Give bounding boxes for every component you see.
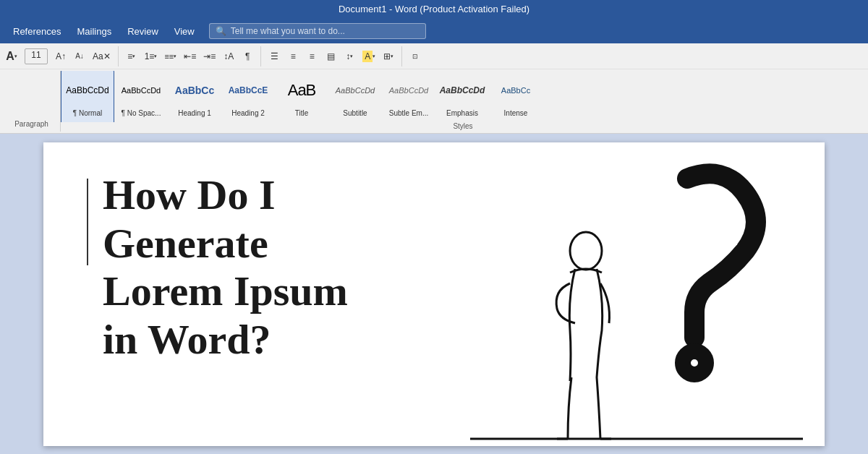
clear-format-btn[interactable]: Aa✕ [90,47,114,66]
increase-indent-btn[interactable]: ⇥≡ [200,47,218,66]
grow-icon: A↑ [56,51,66,61]
style-item-subtitle[interactable]: AaBbCcDdSubtitle [328,71,382,122]
show-formatting-btn[interactable]: ¶ [239,47,256,66]
bullets-btn[interactable]: ≡ ▾ [123,47,140,66]
numbering-icon: 1≡ [145,51,155,61]
chevron-down-icon: ▾ [174,53,176,59]
menu-references[interactable]: References [6,23,68,40]
style-item-heading1[interactable]: AaBbCcHeading 1 [168,71,221,122]
style-label-no-space: ¶ No Spac... [122,109,161,117]
document-area: How Do I Generate Lorem Ipsum in Word? [0,134,868,454]
text-cursor [87,179,88,265]
sort-icon: ↕A [224,51,234,61]
style-item-subtle-emphasis[interactable]: AaBbCcDdSubtle Em... [382,71,435,122]
style-preview-heading2: AaBbCcE [229,85,268,95]
chevron-down-icon: ▾ [391,53,393,59]
align-left-icon: ☰ [271,51,278,61]
style-preview-heading1: AaBbCc [175,85,214,96]
style-label-heading2: Heading 2 [231,109,265,117]
line-spacing-btn[interactable]: ↕ ▾ [341,47,358,66]
separator1 [118,46,119,67]
menu-review[interactable]: Review [120,23,166,40]
style-preview-intense: AaBbCc [501,86,530,95]
paragraph-section: Paragraph [3,71,61,132]
chevron-down-icon: ▾ [350,53,353,59]
align-left-btn[interactable]: ☰ [265,47,283,66]
chevron-down-icon: ▾ [373,53,375,59]
justify-icon: ▤ [327,51,335,61]
style-item-normal[interactable]: AaBbCcDd¶ Normal [61,71,114,122]
search-icon: 🔍 [216,26,226,36]
styles-label: Styles [61,122,865,132]
multilevel-icon: ≡≡ [164,52,174,61]
chevron-down-icon: ▾ [132,53,135,59]
style-preview-subtitle: AaBbCcDd [336,86,375,95]
style-item-emphasis[interactable]: AaBbCcDdEmphasis [435,71,489,122]
decrease-indent-btn[interactable]: ⇤≡ [181,47,199,66]
heading-line4: in Word? [103,316,271,363]
shading-btn[interactable]: A ▾ [359,47,378,66]
menu-mailings[interactable]: Mailings [69,23,119,40]
styles-section-wrapper: AaBbCcDd¶ NormalAaBbCcDd¶ No Spac...AaBb… [61,71,865,132]
font-size-value[interactable]: 11 [25,48,48,64]
chevron-down-icon: ▾ [154,53,157,59]
search-placeholder: Tell me what you want to do... [231,26,345,36]
document-page[interactable]: How Do I Generate Lorem Ipsum in Word? [43,142,825,446]
style-label-normal: ¶ Normal [73,109,102,117]
ribbon: A ▾ 11 A↑ A↓ Aa✕ ≡ ▾ 1≡ ▾ ≡≡ ▾ ⇤≡ ⇥≡ ↕A … [0,43,868,134]
font-size-dropdown[interactable]: 11 [22,47,51,66]
menu-view[interactable]: View [167,23,202,40]
style-preview-normal: AaBbCcDd [66,85,109,95]
style-preview-title: AaB [288,81,316,100]
increase-indent-icon: ⇥≡ [203,51,216,61]
style-label-emphasis: Emphasis [446,109,478,117]
clear-format-icon: Aa✕ [93,51,111,61]
title-bar: Document1 - Word (Product Activation Fai… [0,0,868,19]
ribbon-row2: Paragraph AaBbCcDd¶ NormalAaBbCcDd¶ No S… [0,69,868,133]
borders-btn[interactable]: ⊞ ▾ [380,47,397,66]
paragraph-label: Paragraph [7,117,56,130]
document-heading[interactable]: How Do I Generate Lorem Ipsum in Word? [103,171,348,364]
borders-icon: ⊞ [383,51,391,61]
illustration-svg [412,157,817,446]
bullets-icon: ≡ [127,51,132,61]
heading-line3: Lorem Ipsum [103,267,348,314]
title-text: Document1 - Word (Product Activation Fai… [339,4,529,14]
styles-inner: AaBbCcDd¶ NormalAaBbCcDd¶ No Spac...AaBb… [61,71,865,122]
style-preview-no-space: AaBbCcDd [122,86,161,95]
style-item-title[interactable]: AaBTitle [275,71,328,122]
style-label-subtle-emphasis: Subtle Em... [389,109,428,117]
heading-line2: Generate [103,220,268,267]
multilevel-list-btn[interactable]: ≡≡ ▾ [161,47,179,66]
align-center-btn[interactable]: ≡ [284,47,302,66]
sort-btn[interactable]: ↕A [220,47,237,66]
pilcrow-icon: ¶ [245,51,250,61]
align-right-btn[interactable]: ≡ [303,47,320,66]
align-right-icon: ≡ [310,51,315,61]
style-item-no-space[interactable]: AaBbCcDd¶ No Spac... [114,71,168,122]
illustration [405,142,825,446]
style-label-intense: Intense [504,109,528,117]
style-label-heading1: Heading 1 [178,109,211,117]
shrink-icon: A↓ [75,52,84,60]
paragraph-expand-icon[interactable]: ⊡ [407,47,424,66]
chevron-down-icon: ▾ [14,53,17,59]
decrease-indent-icon: ⇤≡ [184,51,196,61]
style-preview-subtle-emphasis: AaBbCcDd [389,86,428,95]
ribbon-row1: A ▾ 11 A↑ A↓ Aa✕ ≡ ▾ 1≡ ▾ ≡≡ ▾ ⇤≡ ⇥≡ ↕A … [0,43,868,69]
justify-btn[interactable]: ▤ [322,47,339,66]
separator2 [260,46,261,67]
shading-icon: A [362,51,373,62]
svg-point-2 [570,232,602,270]
style-item-intense[interactable]: AaBbCcIntense [489,71,542,122]
style-label-title: Title [295,109,309,117]
style-preview-emphasis: AaBbCcDd [440,85,485,95]
search-box[interactable]: 🔍 Tell me what you want to do... [209,23,426,39]
font-grow-btn[interactable]: A↑ [52,47,69,66]
menu-bar: References Mailings Review View 🔍 Tell m… [0,19,868,43]
style-item-heading2[interactable]: AaBbCcEHeading 2 [221,71,275,122]
style-label-subtitle: Subtitle [343,109,367,117]
font-shrink-btn[interactable]: A↓ [71,47,88,66]
numbering-btn[interactable]: 1≡ ▾ [142,47,161,66]
font-increase-btn[interactable]: A ▾ [3,47,20,66]
